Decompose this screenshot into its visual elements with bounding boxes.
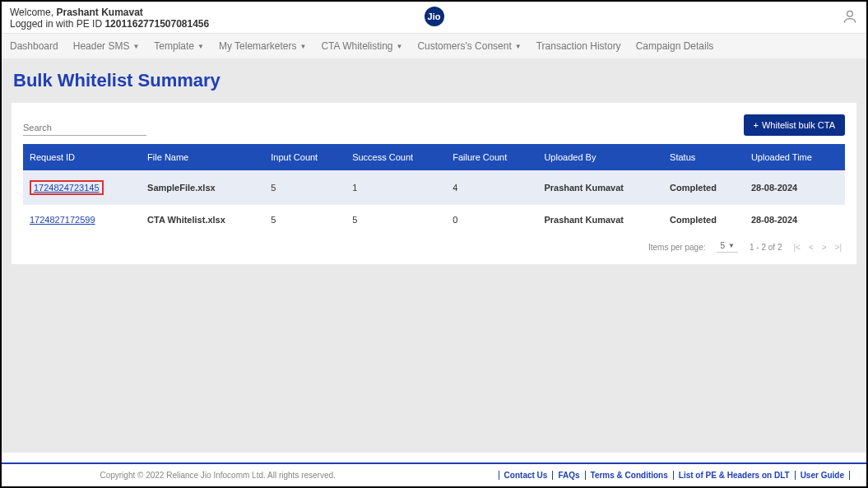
cell-success-count: 1	[346, 170, 446, 205]
table-header: Input Count	[264, 144, 346, 170]
chevron-down-icon: ▼	[515, 43, 522, 50]
chevron-down-icon: ▼	[132, 43, 139, 50]
page-last-icon[interactable]: >|	[835, 243, 842, 252]
bulk-button-label: Whitelist bulk CTA	[762, 120, 835, 130]
nav-item-campaign-details[interactable]: Campaign Details	[636, 40, 714, 52]
table-row: 1724824723145SampleFile.xlsx514Prashant …	[23, 170, 845, 205]
user-menu[interactable]	[842, 8, 858, 28]
nav-item-customers-s-consent[interactable]: Customers's Consent▼	[417, 40, 521, 52]
nav-item-label: Customers's Consent	[417, 40, 511, 52]
request-id-link[interactable]: 1724824723145	[30, 180, 104, 195]
welcome-prefix: Welcome,	[10, 7, 56, 18]
table-header: Status	[663, 144, 745, 170]
cell-file-name: SampleFile.xlsx	[141, 170, 264, 205]
chevron-down-icon: ▼	[299, 43, 306, 50]
nav-item-template[interactable]: Template▼	[154, 40, 204, 52]
nav-item-label: Transaction History	[536, 40, 621, 52]
cell-status: Completed	[663, 205, 745, 235]
cell-uploaded-by: Prashant Kumavat	[537, 170, 663, 205]
content-card: + Whitelist bulk CTA Request IDFile Name…	[12, 103, 856, 264]
page-title: Bulk Whitelist Summary	[12, 70, 856, 91]
items-per-page-value: 5	[720, 241, 725, 250]
nav-item-label: CTA Whitelisting	[321, 40, 392, 52]
header-bar: Welcome, Prashant Kumavat Logged in with…	[2, 2, 866, 34]
cell-status: Completed	[663, 170, 745, 205]
table-header: Request ID	[23, 144, 141, 170]
table-header: Success Count	[346, 144, 446, 170]
table-row: 1724827172599CTA Whitelist.xlsx550Prasha…	[23, 205, 845, 235]
pagination: Items per page: 5 ▼ 1 - 2 of 2 |< < > >|	[23, 235, 845, 259]
items-per-page-select[interactable]: 5 ▼	[717, 241, 737, 253]
nav-item-label: Header SMS	[73, 40, 130, 52]
table-header: File Name	[141, 144, 264, 170]
pagination-arrows: |< < > >|	[793, 243, 842, 252]
footer-links: Contact UsFAQsTerms & ConditionsList of …	[499, 471, 850, 480]
cell-file-name: CTA Whitelist.xlsx	[141, 205, 264, 235]
page-next-icon[interactable]: >	[822, 243, 827, 252]
cell-input-count: 5	[264, 205, 346, 235]
plus-icon: +	[754, 120, 759, 130]
footer-copyright: Copyright © 2022 Reliance Jio Infocomm L…	[18, 471, 417, 480]
footer-link-user-guide[interactable]: User Guide	[796, 471, 850, 480]
user-icon	[842, 8, 858, 25]
cell-failure-count: 4	[446, 170, 537, 205]
peid-prefix: Logged in with PE ID	[10, 18, 104, 30]
nav-item-header-sms[interactable]: Header SMS▼	[73, 40, 140, 52]
cell-failure-count: 0	[446, 205, 537, 235]
peid-value: 1201162771507081456	[104, 18, 209, 30]
chevron-down-icon: ▼	[728, 242, 735, 249]
page-body: Bulk Whitelist Summary + Whitelist bulk …	[2, 58, 866, 453]
svg-point-0	[847, 11, 853, 16]
footer-link-contact-us[interactable]: Contact Us	[499, 471, 554, 480]
cell-request-id: 1724824723145	[23, 170, 141, 205]
whitelist-bulk-cta-button[interactable]: + Whitelist bulk CTA	[744, 114, 845, 136]
nav-item-cta-whitelisting[interactable]: CTA Whitelisting▼	[321, 40, 402, 52]
cell-request-id: 1724827172599	[23, 205, 141, 235]
chevron-down-icon: ▼	[397, 43, 403, 50]
search-input[interactable]	[23, 120, 146, 136]
footer: Copyright © 2022 Reliance Jio Infocomm L…	[2, 462, 866, 486]
toolbar-row: + Whitelist bulk CTA	[23, 114, 845, 136]
cell-uploaded-time: 28-08-2024	[745, 205, 845, 235]
cell-success-count: 5	[346, 205, 446, 235]
cell-uploaded-time: 28-08-2024	[745, 170, 845, 205]
cell-uploaded-by: Prashant Kumavat	[537, 205, 663, 235]
nav-item-label: Dashboard	[10, 40, 58, 52]
footer-link-list-of-pe-headers-on-dlt[interactable]: List of PE & Headers on DLT	[674, 471, 796, 480]
nav-item-transaction-history[interactable]: Transaction History	[536, 40, 621, 52]
welcome-block: Welcome, Prashant Kumavat Logged in with…	[10, 7, 209, 30]
nav-item-label: Template	[154, 40, 194, 52]
items-per-page-label: Items per page:	[648, 243, 705, 252]
page-first-icon[interactable]: |<	[793, 243, 800, 252]
table-header: Uploaded By	[537, 144, 663, 170]
logo-wrap: Jio	[425, 7, 444, 26]
page-prev-icon[interactable]: <	[809, 243, 814, 252]
request-id-link[interactable]: 1724827172599	[30, 215, 95, 225]
nav-item-my-telemarketers[interactable]: My Telemarketers▼	[219, 40, 306, 52]
table-header: Uploaded Time	[745, 144, 845, 170]
footer-link-terms-conditions[interactable]: Terms & Conditions	[586, 471, 674, 480]
username: Prashant Kumavat	[56, 7, 142, 18]
table-header: Failure Count	[446, 144, 537, 170]
footer-link-faqs[interactable]: FAQs	[553, 471, 585, 480]
nav-item-label: Campaign Details	[636, 40, 714, 52]
summary-table: Request IDFile NameInput CountSuccess Co…	[23, 144, 845, 235]
nav-item-dashboard[interactable]: Dashboard	[10, 40, 58, 52]
navbar: DashboardHeader SMS▼Template▼My Telemark…	[2, 34, 866, 58]
cell-input-count: 5	[264, 170, 346, 205]
chevron-down-icon: ▼	[197, 43, 204, 50]
nav-item-label: My Telemarketers	[219, 40, 296, 52]
jio-logo-icon: Jio	[425, 7, 444, 26]
pagination-range: 1 - 2 of 2	[750, 243, 782, 252]
